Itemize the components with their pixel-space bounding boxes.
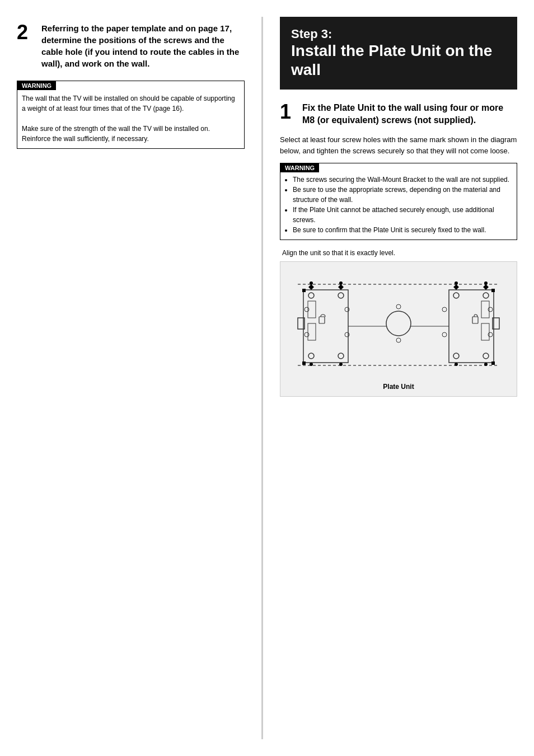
svg-rect-35	[319, 317, 325, 323]
svg-marker-21	[453, 284, 459, 290]
svg-point-29	[488, 332, 493, 337]
step-2-row: 2 Referring to the paper template and on…	[17, 22, 245, 69]
svg-rect-39	[302, 361, 306, 365]
warning-item-2: Be sure to use the appropriate screws, d…	[293, 185, 511, 205]
step3-header: Step 3: Install the Plate Unit on the wa…	[280, 17, 517, 90]
svg-point-20	[483, 353, 489, 359]
svg-point-48	[484, 281, 488, 285]
svg-rect-38	[491, 289, 495, 292]
svg-marker-22	[483, 284, 489, 290]
svg-point-15	[345, 332, 349, 337]
right-warning-label: WARNING	[280, 163, 319, 172]
warning-item-1: The screws securing the Wall-Mount Brack…	[293, 175, 511, 185]
svg-point-30	[386, 311, 411, 336]
left-column: 2 Referring to the paper template and on…	[17, 17, 263, 739]
svg-point-19	[453, 353, 459, 359]
left-warning-text-2: Make sure of the strength of the wall th…	[22, 124, 240, 144]
svg-point-42	[339, 363, 343, 366]
svg-point-17	[453, 293, 459, 298]
svg-point-6	[338, 353, 344, 359]
warning-item-4: Be sure to confirm that the Plate Unit i…	[293, 225, 511, 235]
left-warning-label: WARNING	[17, 81, 56, 90]
right-column: Step 3: Install the Plate Unit on the wa…	[263, 17, 517, 739]
svg-point-41	[310, 363, 313, 366]
left-warning-box: WARNING The wall that the TV will be ins…	[17, 81, 245, 149]
svg-point-32	[396, 338, 401, 342]
svg-point-46	[339, 281, 343, 285]
svg-point-14	[345, 307, 349, 312]
svg-point-5	[308, 353, 314, 359]
svg-rect-37	[302, 289, 306, 292]
step-2-description: Referring to the paper template and on p…	[41, 22, 245, 69]
svg-point-18	[483, 293, 489, 298]
right-warning-box: WARNING The screws securing the Wall-Mou…	[280, 163, 517, 240]
section-1-title: Fix the Plate Unit to the wall using fou…	[302, 102, 517, 127]
svg-marker-7	[308, 284, 314, 290]
step3-title: Install the Plate Unit on the wall	[291, 41, 506, 79]
svg-point-43	[455, 363, 458, 366]
section-1-row: 1 Fix the Plate Unit to the wall using f…	[280, 102, 517, 127]
warning-item-3: If the Plate Unit cannot be attached sec…	[293, 205, 511, 225]
svg-point-27	[442, 332, 447, 337]
svg-point-28	[488, 307, 493, 312]
svg-rect-10	[308, 323, 316, 340]
section-1-number: 1	[280, 102, 294, 122]
svg-point-47	[455, 281, 458, 285]
step-2-number: 2	[17, 22, 34, 43]
svg-rect-40	[491, 361, 495, 365]
svg-rect-36	[472, 317, 478, 323]
left-warning-text-1: The wall that the TV will be installed o…	[22, 93, 240, 114]
section-1-body: Select at least four screw holes with th…	[280, 134, 517, 156]
diagram-container: Plate Unit	[280, 261, 517, 397]
left-warning-text: The wall that the TV will be installed o…	[17, 93, 244, 148]
plate-unit-label: Plate Unit	[383, 383, 414, 391]
svg-marker-8	[338, 284, 344, 290]
svg-point-26	[442, 307, 447, 312]
right-warning-list: The screws securing the Wall-Mount Brack…	[280, 175, 517, 240]
svg-point-12	[305, 307, 309, 312]
plate-unit-diagram	[287, 267, 510, 379]
svg-point-31	[396, 304, 401, 309]
svg-point-3	[308, 293, 314, 298]
svg-rect-24	[481, 323, 489, 340]
step3-label: Step 3:	[291, 27, 506, 41]
svg-point-44	[484, 363, 488, 366]
align-note: Align the unit so that it is exactly lev…	[282, 249, 517, 257]
svg-point-13	[305, 332, 309, 337]
svg-point-45	[310, 281, 313, 285]
svg-point-4	[338, 293, 344, 298]
